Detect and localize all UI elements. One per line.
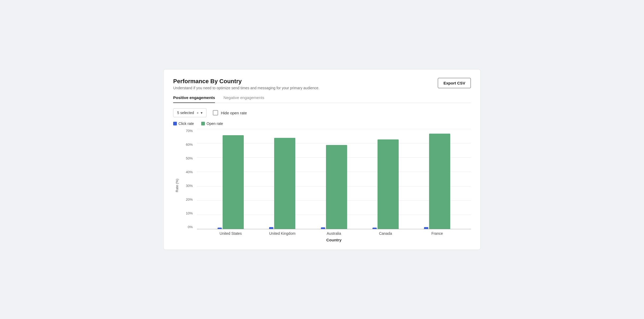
x-tick-united-states: United States [205, 231, 256, 236]
performance-by-country-card: Performance By Country Understand if you… [163, 69, 481, 250]
hide-open-rate-checkbox[interactable] [213, 110, 218, 115]
tab-negative-engagements[interactable]: Negative engagements [223, 95, 264, 103]
bar-group-united-states [205, 135, 256, 229]
y-tick-0: 0% [188, 225, 193, 229]
y-tick-40: 40% [186, 170, 193, 174]
x-tick-canada: Canada [360, 231, 411, 236]
header-row: Performance By Country Understand if you… [173, 78, 471, 90]
legend-click-rate-label: Click rate [178, 121, 194, 126]
open-rate-color-swatch [201, 122, 205, 125]
y-tick-10: 10% [186, 211, 193, 215]
y-tick-30: 30% [186, 184, 193, 188]
chart-legend: Click rate Open rate [173, 121, 471, 126]
page-title: Performance By Country [173, 78, 319, 85]
legend-item-open-rate: Open rate [201, 121, 223, 126]
open-rate-bar-2 [326, 145, 347, 229]
bars-container [197, 129, 471, 229]
x-tick-united-kingdom: United Kingdom [256, 231, 308, 236]
header-left: Performance By Country Understand if you… [173, 78, 319, 90]
hide-open-rate-label: Hide open rate [221, 111, 247, 115]
legend-open-rate-label: Open rate [206, 121, 223, 126]
open-rate-bar-4 [429, 134, 450, 229]
export-csv-button[interactable]: Export CSV [438, 78, 471, 88]
x-tick-france: France [411, 231, 463, 236]
x-axis-ticks: United StatesUnited KingdomAustraliaCana… [197, 231, 471, 236]
x-axis-label: Country [197, 238, 471, 242]
page-subtitle: Understand if you need to optimize send … [173, 86, 319, 90]
tab-positive-engagements[interactable]: Positive engagements [173, 95, 215, 103]
bar-group-france [411, 134, 463, 229]
controls-row: 5 selected × ▾ Hide open rate [173, 108, 471, 117]
click-rate-color-swatch [173, 122, 177, 125]
dropdown-selected-text: 5 selected [177, 111, 194, 115]
bar-group-canada [360, 139, 411, 229]
y-tick-60: 60% [186, 143, 193, 147]
chart-body [197, 129, 471, 229]
y-axis-ticks: 70% 60% 50% 40% 30% 20% 10% 0% [182, 129, 195, 229]
baseline [197, 229, 471, 229]
y-tick-50: 50% [186, 156, 193, 160]
chart-inner: 70% 60% 50% 40% 30% 20% 10% 0% [182, 129, 471, 242]
open-rate-bar-1 [274, 138, 295, 229]
open-rate-bar-0 [223, 135, 244, 229]
chevron-down-icon: ▾ [201, 111, 203, 115]
open-rate-bar-3 [378, 139, 399, 229]
bar-group-australia [308, 145, 360, 229]
y-tick-20: 20% [186, 198, 193, 201]
hide-open-rate-control[interactable]: Hide open rate [213, 110, 247, 115]
country-filter-dropdown[interactable]: 5 selected × ▾ [173, 108, 206, 117]
x-tick-australia: Australia [308, 231, 360, 236]
y-tick-70: 70% [186, 129, 193, 133]
y-axis-label: Rate (%) [173, 129, 181, 242]
dropdown-clear-button[interactable]: × [197, 111, 199, 115]
chart-area: Rate (%) 70% 60% 50% 40% 30% 20% 10% 0% [173, 129, 471, 242]
bar-group-united-kingdom [256, 138, 308, 229]
legend-item-click-rate: Click rate [173, 121, 194, 126]
tabs-container: Positive engagements Negative engagement… [173, 95, 471, 103]
